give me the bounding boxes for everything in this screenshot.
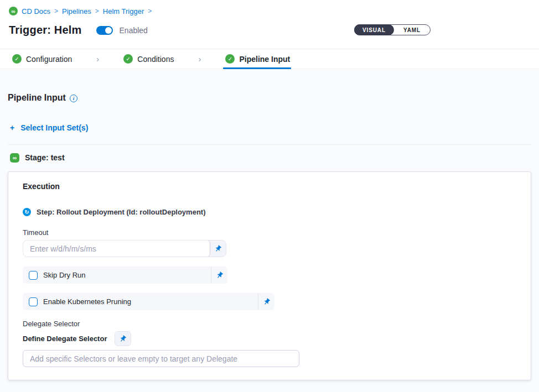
breadcrumb-separator: >	[148, 7, 152, 15]
execution-title: Execution	[23, 182, 516, 191]
plus-icon: +	[10, 123, 14, 132]
step-header: ↻ Step: Rollout Deployment (Id: rolloutD…	[23, 208, 516, 216]
select-input-sets-link[interactable]: + Select Input Set(s)	[10, 123, 88, 132]
info-icon[interactable]: i	[70, 95, 77, 102]
tab-configuration[interactable]: ✓ Configuration	[12, 49, 72, 69]
check-circle-icon: ✓	[12, 54, 22, 64]
checkbox-label: Skip Dry Run	[43, 271, 86, 279]
pin-runtime-input-icon[interactable]	[258, 293, 274, 310]
timeout-input[interactable]	[23, 240, 210, 257]
stage-label: Stage: test	[25, 153, 65, 162]
check-circle-icon: ✓	[123, 54, 133, 64]
wizard-tab-bar: ✓ Configuration › ✓ Conditions › ✓ Pipel…	[0, 49, 539, 69]
stage-header: ∞ Stage: test	[8, 145, 531, 170]
step-label: Step: Rollout Deployment (Id: rolloutDep…	[37, 208, 206, 216]
rollout-step-icon: ↻	[23, 208, 31, 216]
tab-label: Pipeline Input	[239, 55, 290, 64]
chevron-right-icon: ›	[198, 54, 201, 64]
breadcrumb-link-cd-docs[interactable]: CD Docs	[22, 7, 50, 15]
tab-label: Configuration	[26, 55, 72, 64]
check-circle-icon: ✓	[225, 54, 235, 64]
enabled-toggle-label: Enabled	[120, 26, 148, 35]
pin-icon	[118, 333, 129, 344]
page-title: Trigger: Helm	[9, 24, 82, 36]
visual-mode-button[interactable]: VISUAL	[354, 24, 394, 35]
tab-label: Conditions	[137, 55, 174, 64]
chevron-right-icon: ›	[96, 54, 99, 64]
enable-kubernetes-pruning-row[interactable]: Enable Kubernetes Pruning	[23, 293, 274, 310]
tab-pipeline-input[interactable]: ✓ Pipeline Input	[225, 49, 290, 69]
pin-runtime-input-icon[interactable]	[211, 266, 227, 284]
enable-kubernetes-pruning-checkbox[interactable]	[29, 297, 38, 306]
breadcrumb-separator: >	[54, 7, 58, 15]
timeout-field-group	[23, 240, 226, 257]
page-header: ∞ CD Docs > Pipelines > Helm Trigger > T…	[0, 0, 539, 49]
cd-stage-icon: ∞	[10, 153, 19, 163]
pin-icon	[213, 243, 224, 254]
pin-runtime-input-icon[interactable]	[210, 241, 226, 257]
breadcrumb: ∞ CD Docs > Pipelines > Helm Trigger >	[9, 7, 530, 15]
delegate-selector-label: Delegate Selector	[23, 320, 516, 328]
execution-card: Execution ↻ Step: Rollout Deployment (Id…	[8, 171, 531, 380]
checkbox-label: Enable Kubernetes Pruning	[43, 297, 131, 306]
breadcrumb-separator: >	[95, 7, 99, 15]
visual-yaml-toggle: VISUAL YAML	[354, 24, 431, 35]
tab-conditions[interactable]: ✓ Conditions	[123, 49, 174, 69]
timeout-label: Timeout	[23, 228, 516, 237]
delegate-selectors-input[interactable]	[23, 350, 299, 367]
harness-cd-logo-icon: ∞	[9, 7, 18, 15]
pin-icon	[214, 270, 225, 281]
enabled-toggle[interactable]	[96, 26, 113, 35]
pin-icon	[261, 296, 272, 307]
section-title: Pipeline Input	[8, 93, 66, 103]
select-input-sets-label: Select Input Set(s)	[20, 123, 88, 132]
yaml-mode-button[interactable]: YAML	[394, 24, 430, 35]
skip-dry-run-row[interactable]: Skip Dry Run	[23, 266, 227, 284]
skip-dry-run-checkbox[interactable]	[29, 271, 38, 280]
pipeline-input-panel: Pipeline Input i + Select Input Set(s) ∞…	[0, 93, 539, 380]
breadcrumb-link-helm-trigger[interactable]: Helm Trigger	[103, 7, 144, 15]
pin-runtime-input-button[interactable]	[115, 331, 131, 346]
define-delegate-selector-label: Define Delegate Selector	[23, 334, 107, 343]
breadcrumb-link-pipelines[interactable]: Pipelines	[62, 7, 91, 15]
